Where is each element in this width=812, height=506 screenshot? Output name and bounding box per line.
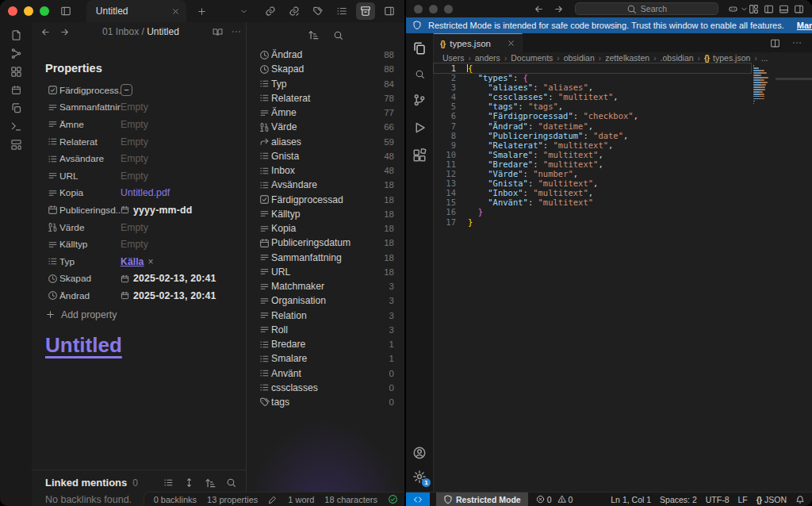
notifications-bell-icon[interactable]	[795, 495, 805, 504]
close-window-button[interactable]	[8, 6, 17, 16]
expand-collapse-icon[interactable]	[184, 477, 194, 489]
manage-link[interactable]: Manage	[797, 21, 812, 30]
search-icon[interactable]	[415, 69, 425, 79]
all-properties-row[interactable]: Gnista48	[247, 149, 404, 163]
minimize-window-button[interactable]	[429, 5, 438, 13]
all-properties-row[interactable]: Publiceringsdatum18	[247, 236, 404, 250]
property-value[interactable]: Empty	[121, 102, 239, 113]
character-count[interactable]: 18 characters	[324, 495, 377, 504]
templates-icon[interactable]	[6, 138, 26, 151]
all-properties-row[interactable]: Relation3	[247, 309, 404, 323]
code-line[interactable]: 13 "Gnista": "multitext",	[434, 178, 751, 188]
property-row[interactable]: Publiceringsd...yyyy-mm-dd	[45, 201, 239, 219]
backlinks-count[interactable]: 0 backlinks	[154, 495, 197, 504]
toggle-panel-icon[interactable]	[779, 4, 789, 14]
linked-mentions-title[interactable]: Linked mentions	[45, 477, 127, 489]
all-properties-row[interactable]: Roll3	[247, 323, 404, 337]
property-row[interactable]: VärdeEmpty	[45, 219, 239, 236]
property-value[interactable]: yyyy-mm-dd	[121, 205, 239, 216]
property-value[interactable]: Empty	[121, 222, 239, 233]
close-tab-icon[interactable]	[507, 39, 515, 48]
property-value[interactable]: 2025-02-13, 20:41	[121, 273, 239, 284]
nav-forward-icon[interactable]	[55, 23, 74, 40]
command-center-search[interactable]: Search	[575, 2, 718, 15]
code-line[interactable]: 7 "Ändrad": "datetime",	[434, 121, 751, 131]
code-line[interactable]: 3 "aliases": "aliases",	[434, 82, 751, 92]
word-count[interactable]: 1 word	[288, 495, 314, 504]
nav-back-icon[interactable]	[36, 23, 55, 40]
restricted-mode-status[interactable]: Restricted Mode	[436, 493, 528, 506]
code-line[interactable]: 10 "Smalare": "multitext",	[434, 150, 751, 159]
copy-icon[interactable]	[6, 102, 26, 114]
property-value[interactable]: Empty	[121, 119, 239, 130]
remove-tag-icon[interactable]: ×	[147, 256, 153, 267]
settings-gear-icon[interactable]: 1	[412, 470, 427, 484]
edit-mode-icon[interactable]	[268, 495, 278, 504]
split-editor-icon[interactable]	[770, 38, 780, 48]
breadcrumb-item[interactable]: anders	[475, 53, 500, 63]
graph-icon[interactable]	[6, 47, 26, 59]
all-properties-row[interactable]: Använt0	[247, 366, 404, 381]
property-row[interactable]: ÄmneEmpty	[45, 116, 239, 133]
property-row[interactable]: KälltypEmpty	[45, 236, 239, 253]
all-properties-row[interactable]: tags0	[247, 395, 404, 409]
new-note-icon[interactable]	[6, 29, 26, 41]
all-properties-row[interactable]: Kopia18	[247, 221, 404, 236]
code-line[interactable]: 16 }	[434, 207, 751, 217]
cursor-position[interactable]: Ln 1, Col 1	[611, 495, 651, 504]
code-line[interactable]: 12 "Värde": "number",	[434, 169, 751, 178]
breadcrumb-item[interactable]: Documents	[511, 53, 553, 63]
indeterminate-checkbox[interactable]: −	[121, 84, 132, 96]
editor-more-actions-icon[interactable]	[791, 37, 802, 48]
property-row[interactable]: Färdigprocess...−	[45, 82, 239, 99]
all-properties-row[interactable]: Matchmaker3	[247, 279, 404, 293]
property-row[interactable]: AvsändareEmpty	[45, 150, 239, 167]
code-line[interactable]: 17}	[434, 217, 751, 227]
all-properties-row[interactable]: Källtyp18	[247, 207, 404, 221]
code-line[interactable]: 9 "Relaterat": "multitext",	[434, 140, 751, 150]
all-properties-row[interactable]: Ändrad88	[247, 48, 404, 62]
minimap-slider[interactable]	[776, 78, 812, 80]
file-link[interactable]: Untitled.pdf	[121, 187, 170, 198]
property-value[interactable]: 2025-02-13, 20:41	[121, 290, 239, 301]
sort-icon[interactable]	[205, 477, 216, 489]
property-row[interactable]: URLEmpty	[45, 167, 239, 185]
nav-forward-icon[interactable]	[553, 4, 564, 14]
all-properties-row[interactable]: Värde66	[247, 120, 404, 134]
breadcrumb-item[interactable]: obsidian	[564, 53, 595, 63]
property-value[interactable]: Empty	[121, 153, 239, 164]
minimap[interactable]	[753, 65, 775, 105]
tags-icon[interactable]	[308, 2, 327, 20]
all-properties-row[interactable]: Relaterat78	[247, 91, 404, 105]
sort-order-icon[interactable]	[308, 29, 319, 40]
all-properties-row[interactable]: Skapad88	[247, 62, 404, 76]
eol-sequence[interactable]: LF	[738, 495, 748, 504]
property-value[interactable]: Empty	[121, 239, 239, 250]
tab-list-chevron-icon[interactable]	[235, 2, 253, 20]
property-value[interactable]: Empty	[121, 136, 239, 148]
toggle-right-sidebar-icon[interactable]	[380, 2, 398, 20]
explorer-icon[interactable]	[412, 41, 427, 56]
minimize-window-button[interactable]	[24, 6, 33, 16]
property-value[interactable]: Källa×	[121, 256, 239, 267]
tab-types-json[interactable]: {} types.json	[434, 33, 523, 52]
breadcrumb-item[interactable]: zettelkasten	[605, 53, 649, 63]
all-properties-row[interactable]: aliases59	[247, 135, 404, 149]
all-properties-row[interactable]: Bredare1	[247, 337, 404, 351]
calendar-icon[interactable]	[6, 83, 26, 96]
property-row[interactable]: KopiaUntitled.pdf	[45, 185, 239, 202]
property-row[interactable]: Skapad2025-02-13, 20:41	[45, 270, 239, 288]
more-options-icon[interactable]	[227, 23, 246, 40]
breadcrumb-item[interactable]: .obsidian	[661, 53, 694, 63]
toggle-sidebar-icon[interactable]	[764, 4, 774, 14]
zoom-window-button[interactable]	[444, 5, 453, 13]
breadcrumb-item[interactable]: Users	[442, 53, 464, 63]
toggle-left-sidebar-icon[interactable]	[57, 2, 75, 20]
all-properties-row[interactable]: Typ84	[247, 77, 404, 91]
run-debug-icon[interactable]	[412, 121, 427, 135]
extensions-icon[interactable]	[412, 148, 427, 163]
list-view-icon[interactable]	[163, 477, 174, 489]
account-icon[interactable]	[412, 446, 427, 460]
note-title[interactable]: Untitled	[45, 333, 239, 358]
close-window-button[interactable]	[414, 5, 423, 13]
